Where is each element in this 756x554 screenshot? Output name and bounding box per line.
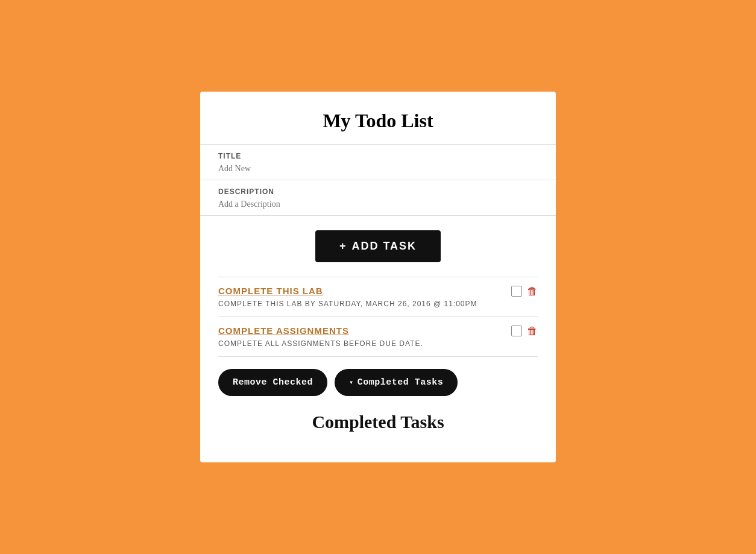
task-delete-2[interactable]: 🗑 bbox=[527, 326, 538, 336]
remove-checked-label: Remove Checked bbox=[233, 377, 313, 388]
add-task-label: ADD TASK bbox=[351, 240, 417, 253]
task-item: 🗑 COMPLETE ASSIGNMENTS COMPLETE ALL ASSI… bbox=[218, 317, 538, 357]
task-item: 🗑 COMPLETE THIS LAB COMPLETE THIS LAB BY… bbox=[218, 277, 538, 317]
description-label: DESCRIPTION bbox=[218, 187, 538, 196]
title-label: TITLE bbox=[218, 152, 538, 160]
add-task-button[interactable]: + ADD TASK bbox=[315, 230, 441, 262]
completed-section-title: Completed Tasks bbox=[200, 402, 556, 438]
bottom-buttons: Remove Checked ▾ Completed Tasks bbox=[200, 357, 556, 402]
title-input[interactable] bbox=[218, 164, 538, 174]
description-field-section: DESCRIPTION bbox=[200, 180, 556, 216]
remove-checked-button[interactable]: Remove Checked bbox=[218, 369, 327, 396]
app-title: My Todo List bbox=[200, 110, 556, 145]
task-delete-1[interactable]: 🗑 bbox=[527, 286, 538, 297]
title-field-section: TITLE bbox=[200, 145, 556, 180]
main-card: My Todo List TITLE DESCRIPTION + ADD TAS… bbox=[200, 92, 556, 462]
task-description-1: COMPLETE THIS LAB BY SATURDAY, MARCH 26,… bbox=[218, 300, 538, 308]
chevron-down-icon: ▾ bbox=[349, 378, 354, 387]
task-checkbox-1[interactable] bbox=[511, 286, 522, 297]
plus-icon: + bbox=[339, 240, 347, 253]
add-task-container: + ADD TASK bbox=[200, 216, 556, 277]
description-input[interactable] bbox=[218, 200, 538, 209]
task-checkbox-2[interactable] bbox=[511, 326, 522, 336]
task-description-2: COMPLETE ALL ASSIGNMENTS BEFORE DUE DATE… bbox=[218, 339, 538, 348]
task-controls-1: 🗑 bbox=[511, 286, 538, 297]
tasks-list: 🗑 COMPLETE THIS LAB COMPLETE THIS LAB BY… bbox=[200, 277, 556, 357]
task-controls-2: 🗑 bbox=[511, 326, 538, 336]
task-title-1: COMPLETE THIS LAB bbox=[218, 286, 508, 296]
completed-tasks-label: Completed Tasks bbox=[358, 377, 444, 388]
completed-tasks-button[interactable]: ▾ Completed Tasks bbox=[335, 369, 458, 396]
task-title-2: COMPLETE ASSIGNMENTS bbox=[218, 326, 508, 336]
